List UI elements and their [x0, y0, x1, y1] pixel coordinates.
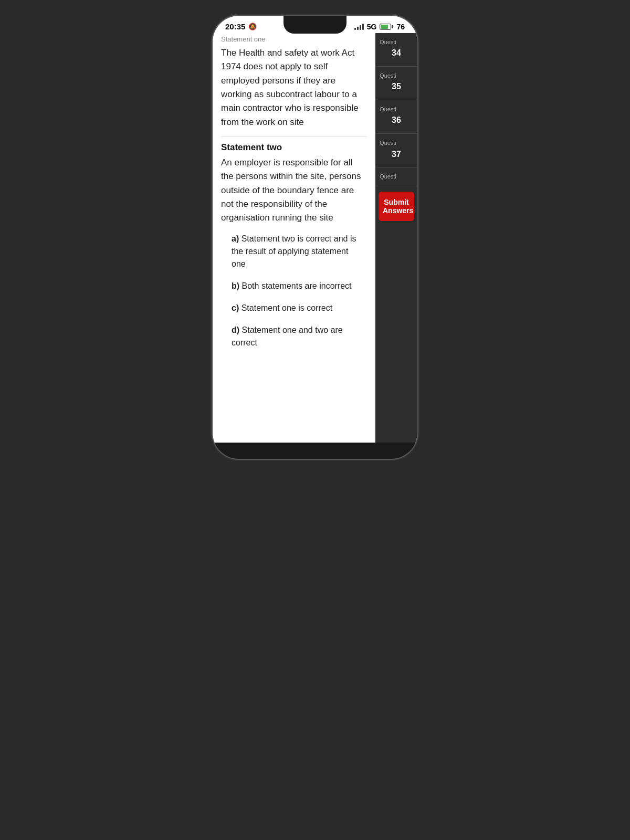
options-section: a) Statement two is correct and is the r…	[221, 233, 367, 349]
signal-icon	[354, 24, 364, 30]
statement-two-section: Statement two An employer is responsible…	[221, 142, 367, 225]
option-d[interactable]: d) Statement one and two are correct	[232, 324, 356, 349]
sidebar-item-35[interactable]: Questi 35	[375, 67, 417, 100]
sidebar-label-next: Questi	[380, 173, 413, 180]
sidebar-item-36[interactable]: Questi 36	[375, 100, 417, 134]
sidebar-number-36: 36	[380, 113, 413, 128]
option-b-label: b)	[232, 281, 242, 290]
divider	[221, 136, 367, 137]
network-type: 5G	[367, 23, 377, 31]
option-c-text: Statement one is correct	[242, 303, 332, 312]
statement-two-text: An employer is responsible for all the p…	[221, 156, 367, 225]
mute-icon: 🔕	[248, 23, 257, 30]
sidebar-number-34: 34	[380, 46, 413, 61]
option-c-label: c)	[232, 303, 242, 312]
sidebar-item-next[interactable]: Questi	[375, 167, 417, 186]
sidebar: Questi 34 Questi 35 Questi 36 Questi 37 …	[375, 33, 417, 443]
option-d-text: Statement one and two are correct	[232, 326, 343, 347]
sidebar-label-34: Questi	[380, 38, 413, 46]
phone-frame: 20:35 🔕 5G 76	[213, 16, 417, 459]
statement-one-text: The Health and safety at work Act 1974 d…	[221, 46, 367, 129]
statement-two-title: Statement two	[221, 142, 367, 153]
sidebar-item-37[interactable]: Questi 37	[375, 134, 417, 167]
phone-content: Statement one The Health and safety at w…	[213, 33, 417, 443]
sidebar-label-35: Questi	[380, 72, 413, 79]
statement-one-section: Statement one The Health and safety at w…	[221, 33, 367, 129]
option-a-label: a)	[232, 234, 242, 243]
sidebar-number-35: 35	[380, 79, 413, 94]
option-d-label: d)	[232, 326, 242, 334]
main-content: Statement one The Health and safety at w…	[213, 33, 375, 443]
option-b[interactable]: b) Both statements are incorrect	[232, 280, 356, 292]
status-bar: 20:35 🔕 5G 76	[213, 16, 417, 33]
notch	[284, 16, 346, 34]
option-a-text: Statement two is correct and is the resu…	[232, 234, 356, 268]
battery-icon	[380, 24, 393, 30]
sidebar-number-37: 37	[380, 147, 413, 162]
sidebar-label-36: Questi	[380, 106, 413, 113]
status-time: 20:35 🔕	[225, 22, 257, 31]
option-c[interactable]: c) Statement one is correct	[232, 302, 356, 314]
sidebar-label-37: Questi	[380, 139, 413, 146]
status-indicators: 5G 76	[354, 23, 405, 31]
time-display: 20:35	[225, 22, 245, 31]
battery-percent: 76	[396, 23, 405, 31]
option-a[interactable]: a) Statement two is correct and is the r…	[232, 233, 356, 270]
sidebar-item-34[interactable]: Questi 34	[375, 33, 417, 67]
submit-answers-button[interactable]: Submit Answers	[379, 192, 414, 221]
option-b-text: Both statements are incorrect	[242, 281, 352, 290]
statement-one-partial-header: Statement one	[221, 33, 367, 43]
